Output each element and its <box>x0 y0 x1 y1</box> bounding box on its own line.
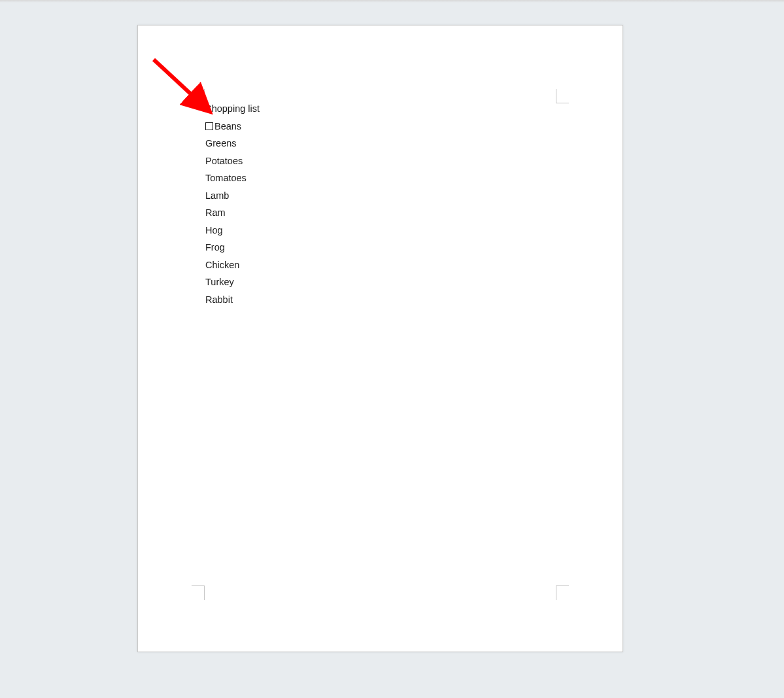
list-item-label: Rabbit <box>205 295 233 305</box>
margin-guide-top-left <box>192 89 205 103</box>
list-item[interactable]: Chicken <box>205 260 555 270</box>
list-item-label: Beans <box>214 122 241 131</box>
list-item[interactable]: Hog <box>205 226 555 236</box>
list-item-label: Tomatoes <box>205 173 247 183</box>
list-item-label: Greens <box>205 139 237 148</box>
list-item[interactable]: Lamb <box>205 191 555 201</box>
list-item[interactable]: Tomatoes <box>205 173 555 183</box>
document-title[interactable]: Shopping list <box>205 104 555 114</box>
list-item[interactable]: Frog <box>205 243 555 253</box>
list-item[interactable]: Rabbit <box>205 295 555 305</box>
list-item[interactable]: Ram <box>205 208 555 218</box>
list-item-label: Hog <box>205 226 223 236</box>
list-item-label: Ram <box>205 208 226 218</box>
document-page[interactable]: Shopping list BeansGreensPotatoesTomatoe… <box>137 25 623 652</box>
margin-guide-bottom-right <box>556 585 569 600</box>
list-item-label: Potatoes <box>205 156 243 166</box>
list-item[interactable]: Greens <box>205 139 555 148</box>
checkbox-icon[interactable] <box>205 122 213 130</box>
list-item-label: Chicken <box>205 260 239 270</box>
list-item[interactable]: Beans <box>205 122 555 131</box>
list-item-label: Turkey <box>205 277 234 287</box>
app-top-edge <box>0 0 784 3</box>
document-body[interactable]: Shopping list BeansGreensPotatoesTomatoe… <box>205 104 555 312</box>
list-item-label: Frog <box>205 243 225 253</box>
list-item[interactable]: Potatoes <box>205 156 555 166</box>
margin-guide-bottom-left <box>192 585 205 600</box>
shopping-list[interactable]: BeansGreensPotatoesTomatoesLambRamHogFro… <box>205 122 555 305</box>
list-item[interactable]: Turkey <box>205 277 555 287</box>
margin-guide-top-right <box>556 89 569 103</box>
list-item-label: Lamb <box>205 191 229 201</box>
